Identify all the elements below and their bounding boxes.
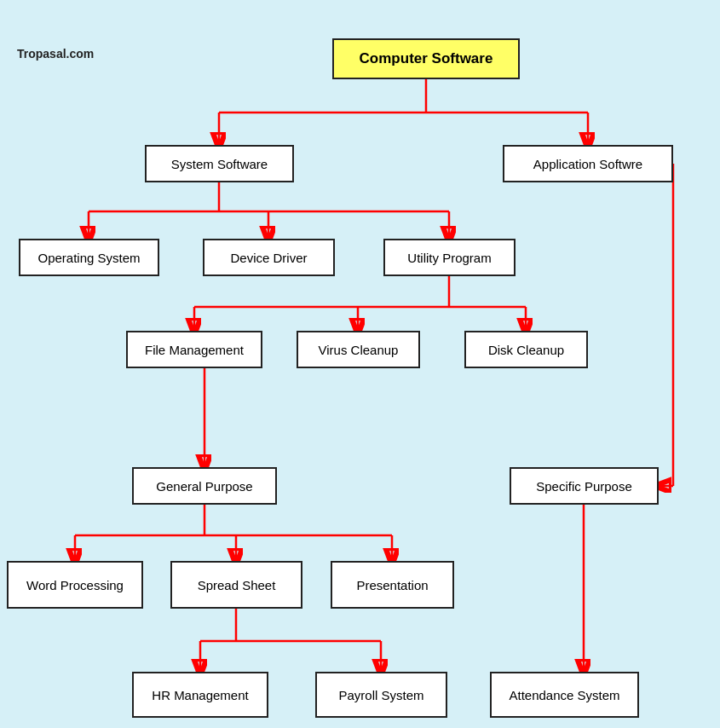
node-presentation-label: Presentation	[356, 578, 428, 592]
node-file-management-label: File Management	[145, 343, 244, 357]
node-system-software: System Software	[145, 145, 294, 182]
node-spread-sheet: Spread Sheet	[170, 561, 302, 609]
node-file-management: File Management	[126, 331, 262, 368]
node-disk-cleanup-label: Disk Cleanup	[488, 343, 564, 357]
node-utility-program-label: Utility Program	[407, 251, 491, 265]
node-operating-system-label: Operating System	[37, 251, 140, 265]
node-virus-cleanup: Virus Cleanup	[297, 331, 420, 368]
watermark: Tropasal.com	[17, 47, 94, 61]
node-root-label: Computer Software	[360, 50, 493, 67]
node-root: Computer Software	[332, 38, 520, 79]
node-application-software-label: Application Softwre	[533, 157, 642, 171]
node-general-purpose-label: General Purpose	[156, 479, 252, 494]
node-disk-cleanup: Disk Cleanup	[464, 331, 588, 368]
node-presentation: Presentation	[331, 561, 454, 609]
node-specific-purpose-label: Specific Purpose	[536, 479, 632, 494]
node-utility-program: Utility Program	[383, 239, 516, 276]
node-spread-sheet-label: Spread Sheet	[198, 578, 276, 592]
node-attendance-system-label: Attendance System	[509, 688, 619, 702]
node-system-software-label: System Software	[171, 157, 268, 171]
node-payroll-system: Payroll System	[315, 672, 447, 718]
node-attendance-system: Attendance System	[490, 672, 639, 718]
node-hr-management: HR Management	[132, 672, 268, 718]
node-specific-purpose: Specific Purpose	[510, 467, 659, 505]
node-hr-management-label: HR Management	[152, 688, 248, 702]
node-word-processing: Word Processing	[7, 561, 143, 609]
node-application-software: Application Softwre	[503, 145, 673, 182]
node-virus-cleanup-label: Virus Cleanup	[319, 343, 399, 357]
node-device-driver-label: Device Driver	[230, 251, 307, 265]
chart-container: Tropasal.com Computer Software System So…	[0, 0, 720, 728]
node-operating-system: Operating System	[19, 239, 159, 276]
node-device-driver: Device Driver	[203, 239, 335, 276]
node-word-processing-label: Word Processing	[26, 578, 124, 592]
node-general-purpose: General Purpose	[132, 467, 277, 505]
node-payroll-system-label: Payroll System	[338, 688, 423, 702]
